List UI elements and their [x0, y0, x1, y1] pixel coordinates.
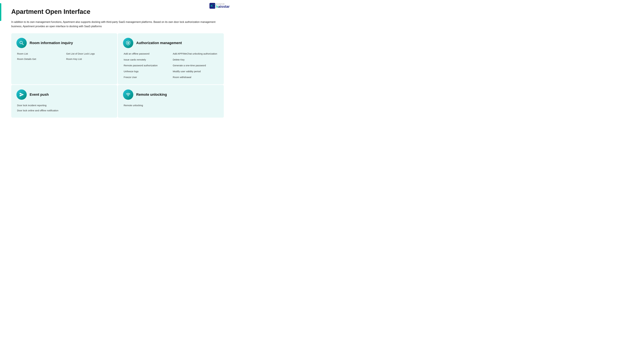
item-door-lock-online-offline: Door lock online and offline notificatio… [17, 109, 112, 112]
svg-point-9 [128, 96, 128, 96]
svg-rect-7 [128, 43, 129, 44]
card-remote-unlock-items: Remote unlocking [123, 104, 219, 107]
item-remote-password-auth: Remote password authorization [124, 64, 170, 67]
item-issue-cards-remotely: Issue cards remotely [124, 58, 170, 62]
item-add-app-wechat-auth: Add APP/WeChat unlocking authorization [173, 52, 219, 56]
card-auth-mgmt-items: Add an offline password Add APP/WeChat u… [123, 52, 219, 79]
shield-lock-icon-circle [123, 38, 133, 48]
logo-icon: K [210, 3, 215, 9]
item-delete-key: Delete Key [173, 58, 219, 62]
wifi-icon-circle [123, 89, 133, 100]
card-event-push-items: Door lock incident reporting Door lock o… [16, 104, 112, 112]
item-room-withdrawal: Room withdrawal [173, 75, 219, 79]
card-auth-mgmt: Authorization management Add an offline … [118, 33, 224, 84]
item-unfreeze-logs: Unfreeze logs [124, 70, 170, 73]
card-room-info-items: Room List Get List of Door Lock Logs Roo… [16, 52, 112, 61]
logo-big-text: kaisstar [216, 5, 230, 8]
card-auth-mgmt-header: Authorization management [123, 38, 219, 48]
item-room-list: Room List [17, 52, 63, 56]
wifi-icon [126, 92, 131, 97]
card-event-push-title: Event push [30, 92, 49, 97]
accent-bar [0, 3, 1, 21]
card-auth-mgmt-title: Authorization management [136, 41, 182, 45]
item-add-offline-password: Add an offline password [124, 52, 170, 56]
card-event-push: Event push Door lock incident reporting … [11, 85, 117, 118]
item-room-key-list: Room Key List [66, 57, 112, 61]
item-remote-unlocking: Remote unlocking [124, 104, 219, 107]
card-remote-unlock: Remote unlocking Remote unlocking [118, 85, 224, 118]
shield-lock-icon [126, 40, 131, 45]
logo: K KAISSTAR kaisstar [210, 3, 230, 9]
item-get-list-door-lock-logs: Get List of Door Lock Logs [66, 52, 112, 56]
send-icon [19, 92, 24, 97]
svg-marker-8 [20, 93, 24, 96]
card-event-push-header: Event push [16, 89, 112, 100]
search-icon-circle [16, 38, 27, 48]
svg-text:K: K [210, 4, 213, 7]
card-remote-unlock-header: Remote unlocking [123, 89, 219, 100]
card-room-info-header: Room information inquiry [16, 38, 112, 48]
cards-grid: Room information inquiry Room List Get L… [11, 33, 224, 118]
page-description: In addition to its own management functi… [11, 20, 220, 28]
item-freeze-user: Freeze User [124, 75, 170, 79]
send-icon-circle [16, 89, 27, 100]
search-icon [19, 40, 24, 45]
logo-text: KAISSTAR kaisstar [216, 3, 230, 8]
page-title: Apartment Open Interface [11, 8, 225, 15]
item-generate-one-time-password: Generate a one-time password [173, 64, 219, 67]
card-remote-unlock-title: Remote unlocking [136, 92, 167, 97]
card-room-info-title: Room information inquiry [30, 41, 73, 45]
item-room-details-get: Room Details Get [17, 57, 63, 61]
item-door-lock-incident: Door lock incident reporting [17, 104, 112, 107]
card-room-info: Room information inquiry Room List Get L… [11, 33, 117, 84]
item-modify-user-validity: Modify user validity period [173, 70, 219, 73]
svg-line-5 [22, 43, 23, 45]
main-content: Apartment Open Interface In addition to … [0, 0, 234, 124]
